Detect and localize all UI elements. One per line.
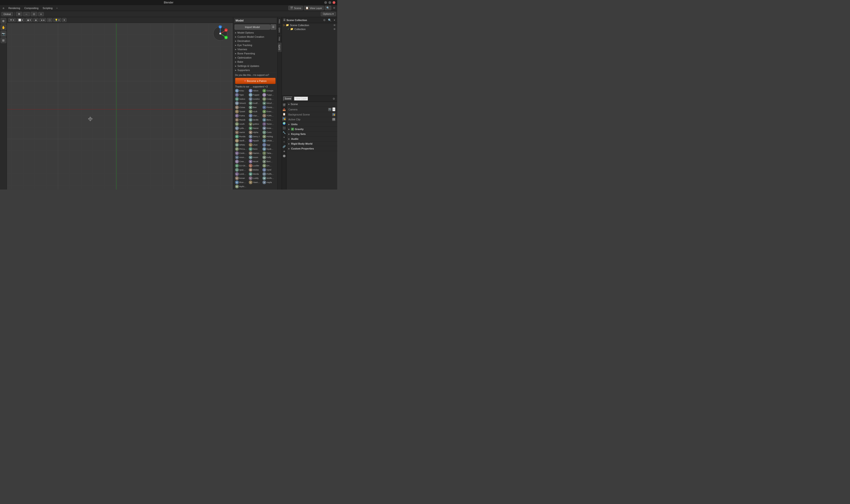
win-close[interactable]: [333, 1, 335, 4]
section-custom-model-creation[interactable]: ▶ Custom Model Creation: [234, 35, 277, 39]
win-minimize[interactable]: [324, 1, 327, 4]
section-bone-parenting[interactable]: ▶ Bone Parenting: [234, 51, 277, 56]
toolbar-options-btn[interactable]: Options ▾: [321, 12, 336, 16]
tool-grid[interactable]: ⊞: [1, 37, 6, 43]
vp-light-btn[interactable]: 💡 ▾: [53, 18, 61, 22]
tab-cats[interactable]: CATS: [278, 42, 282, 52]
supporter-name: DJ-G6…: [239, 164, 247, 167]
arrow-decimation: ▶: [235, 40, 237, 42]
outliner-search-btn[interactable]: 🔍: [327, 18, 332, 22]
win-maximize[interactable]: [328, 1, 331, 4]
camera-value: 📷 ✏: [328, 107, 335, 111]
camera-edit-btn[interactable]: ✏: [332, 107, 335, 111]
toolbar-global-btn[interactable]: Global: [1, 12, 13, 16]
supporter-avatar: V: [235, 139, 239, 143]
active-clip-row: Active Clip 🎞: [287, 117, 337, 122]
supporter-avatar: A: [249, 130, 253, 134]
vp-sphere-btn[interactable]: ● ●: [39, 18, 46, 22]
prop-icon-output[interactable]: 📤: [282, 107, 286, 111]
supporter-avatar: E: [262, 110, 266, 113]
units-section-header[interactable]: ▶ Units: [287, 122, 337, 127]
vp-more-btn[interactable]: ▾: [62, 18, 67, 22]
prop-icon-view-layer[interactable]: 📋: [282, 112, 286, 116]
axis-gizmo[interactable]: X Y Z: [212, 25, 228, 42]
prop-icon-scene[interactable]: 🎭: [282, 116, 286, 121]
section-supporters[interactable]: ▶ Supporters: [234, 68, 277, 72]
toolbar-transform-btn[interactable]: ↔: [23, 12, 30, 16]
top-search-icon[interactable]: 🔍: [326, 6, 330, 10]
section-optimization[interactable]: ▶ Optimization: [234, 56, 277, 60]
section-decimation[interactable]: ▶ Decimation: [234, 39, 277, 43]
supporter-item: FFluffs…: [262, 172, 276, 176]
vp-xray-btn[interactable]: ◈: [33, 18, 38, 22]
gravity-checkbox[interactable]: ✓: [291, 128, 294, 130]
outliner-settings-btn[interactable]: ▾: [333, 18, 336, 22]
supporter-avatar: P: [235, 147, 239, 151]
prop-icon-world[interactable]: 🌍: [282, 121, 286, 125]
viewport[interactable]: ⊕ ✋ 📷 ⊞ 👁 ▾ ⬜ ▾ ◉ ▾ ◈ ● ● ⬡ 💡 ▾ ▾: [0, 17, 233, 190]
prop-icon-physics[interactable]: ⚛: [282, 140, 286, 144]
toolbar-pivot-btn[interactable]: ◎: [31, 12, 37, 16]
section-visemes[interactable]: ▶ Visemes: [234, 47, 277, 51]
section-settings-updates[interactable]: ▶ Settings & Updates: [234, 64, 277, 68]
become-patron-btn[interactable]: ♥ Become a Patron: [235, 78, 276, 84]
toolbar: Global ⊞ ↔ ◎ ≡ Options ▾: [0, 11, 337, 17]
section-bake[interactable]: ▶ Bake: [234, 60, 277, 64]
vp-viewport-btn[interactable]: ⬜ ▾: [17, 18, 24, 22]
prop-icon-constraints[interactable]: 🔗: [282, 144, 286, 148]
outliner-row-scene-collection[interactable]: ▷ 📁 Scene Collection 👁: [282, 23, 337, 27]
tool-camera[interactable]: 📷: [1, 31, 6, 37]
vp-overlay-btn[interactable]: ◉ ▾: [25, 18, 33, 22]
tool-cursor[interactable]: ⊕: [1, 18, 6, 23]
keying-sets-header[interactable]: ▶ Keying Sets: [287, 132, 337, 136]
tool-move[interactable]: ✋: [1, 24, 6, 30]
menu-add-workspace[interactable]: +: [55, 6, 59, 10]
section-eye-tracking[interactable]: ▶ Eye Tracking: [234, 43, 277, 47]
eye-scene-collection[interactable]: 👁: [333, 24, 336, 26]
menu-item-compositing[interactable]: Compositing: [22, 6, 40, 10]
supporter-item: GGoogie: [262, 89, 276, 93]
supporter-name: Mizuf…: [266, 102, 274, 104]
import-model-menu[interactable]: ☰: [271, 24, 276, 30]
background-scene-value: 🎭: [332, 113, 335, 116]
custom-props-label: Custom Properties: [291, 147, 314, 150]
prop-icon-render[interactable]: 🎬: [282, 103, 286, 107]
menu-item-scripting[interactable]: Scripting: [41, 6, 54, 10]
prop-tab-view-layer[interactable]: View Layer: [294, 96, 308, 101]
prop-icon-material[interactable]: ⬤: [282, 154, 286, 158]
supporter-item: LLyda…: [235, 126, 248, 130]
prop-filter-btn[interactable]: ⚙: [332, 97, 336, 101]
eye-collection[interactable]: 👁: [333, 28, 336, 31]
tab-misc[interactable]: Misc: [278, 35, 282, 43]
custom-props-header[interactable]: ▶ Custom Properties: [287, 146, 337, 151]
rigid-body-header[interactable]: ▶ Rigid Body World: [287, 141, 337, 146]
outliner-row-collection[interactable]: ✓ 📁 Collection 👁: [282, 27, 337, 31]
top-filter-icon[interactable]: ⚙: [333, 6, 335, 10]
audio-header[interactable]: ▶ Audio: [287, 137, 337, 141]
toolbar-snap-btn[interactable]: ⊞: [16, 12, 22, 16]
prop-icon-modifier[interactable]: 🔧: [282, 130, 286, 135]
top-view-layer-selector[interactable]: View Layer: [310, 7, 322, 10]
section-model-options[interactable]: ▶ Model Options: [234, 31, 277, 35]
keying-sets-label: Keying Sets: [291, 132, 306, 136]
import-model-btn[interactable]: Import Model: [235, 24, 270, 30]
vp-grid-btn[interactable]: ⬡: [47, 18, 52, 22]
supporter-item: CCree…: [235, 160, 248, 163]
supporter-avatar: N: [249, 160, 253, 163]
menu-item-rendering[interactable]: Rendering: [6, 6, 22, 10]
top-scene-selector[interactable]: Scene: [294, 7, 301, 10]
supporter-avatar: F: [262, 172, 266, 176]
prop-tab-scene[interactable]: Scene: [283, 96, 293, 101]
toolbar-layer-btn[interactable]: ≡: [38, 12, 44, 16]
outliner-filter-btn[interactable]: ⚙: [323, 18, 326, 22]
prop-icon-object[interactable]: ⬛: [282, 126, 286, 130]
tab-view[interactable]: View: [278, 17, 282, 25]
vp-shading-btn[interactable]: 👁 ▾: [8, 18, 16, 22]
gravity-section-header[interactable]: ▶ ✓ Gravity: [287, 127, 337, 131]
supporter-item: DDA…: [262, 164, 276, 167]
prop-icon-particles[interactable]: ✦: [282, 135, 286, 139]
tab-mmd[interactable]: MMD: [278, 25, 282, 35]
prop-icon-data[interactable]: ◈: [282, 149, 286, 153]
section-rigid-body: ▶ Rigid Body World: [287, 141, 337, 146]
menu-item-n[interactable]: n: [1, 6, 6, 10]
